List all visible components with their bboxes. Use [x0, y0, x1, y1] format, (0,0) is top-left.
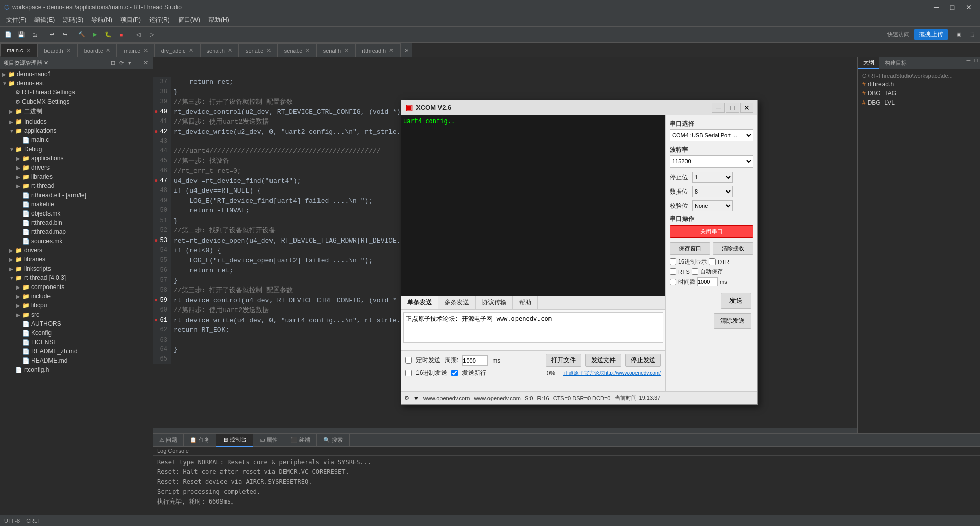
tree-item-28[interactable]: 📄Kconfig: [0, 328, 153, 338]
line-number-16[interactable]: 53: [153, 236, 172, 246]
xcom-tab-help[interactable]: 帮助: [513, 296, 538, 309]
send-button[interactable]: 发送: [721, 293, 751, 309]
tree-item-19[interactable]: ▶📁drivers: [0, 246, 153, 255]
sidebar-close-btn[interactable]: ✕: [142, 60, 150, 66]
tree-item-26[interactable]: ▶📁src: [0, 310, 153, 319]
tab-close-9[interactable]: ✕: [389, 47, 394, 54]
rts-checkbox[interactable]: [670, 268, 676, 275]
maximize-button[interactable]: □: [945, 2, 960, 12]
line-number-1[interactable]: 38: [153, 87, 172, 98]
file-tab-5[interactable]: serial.h✕: [200, 43, 239, 57]
outline-item-1[interactable]: #DBG_TAG: [860, 89, 978, 98]
redo-button[interactable]: ↪: [59, 29, 71, 41]
tree-item-27[interactable]: 📄AUTHORS: [0, 319, 153, 328]
tab-close-3[interactable]: ✕: [143, 47, 148, 54]
layout-btn-1[interactable]: ▣: [952, 29, 965, 41]
line-number-26[interactable]: 63: [153, 336, 172, 345]
line-number-0[interactable]: 37: [153, 77, 172, 87]
parity-select[interactable]: None: [692, 200, 733, 211]
line-number-18[interactable]: 55: [153, 256, 172, 266]
bottom-tab-5[interactable]: 🔍搜索: [317, 434, 350, 447]
line-number-12[interactable]: 49: [153, 196, 172, 206]
tree-item-23[interactable]: ▶📁components: [0, 282, 153, 292]
tab-outline[interactable]: 大纲: [858, 57, 879, 69]
sidebar-collapse-btn[interactable]: ⊟: [109, 60, 117, 66]
tree-item-29[interactable]: 📄LICENSE: [0, 338, 153, 347]
file-tab-3[interactable]: main.c✕: [117, 43, 154, 57]
file-tab-8[interactable]: serial.h✕: [316, 43, 355, 57]
tree-item-16[interactable]: 📄rtthread.bin: [0, 218, 153, 227]
tree-item-2[interactable]: ⚙RT-Thread Settings: [0, 88, 153, 97]
bottom-tab-3[interactable]: 🏷属性: [253, 434, 284, 447]
tree-item-24[interactable]: ▶📁include: [0, 292, 153, 301]
sidebar-menu-btn[interactable]: ▾: [127, 60, 133, 66]
line-number-3[interactable]: 40: [153, 107, 172, 117]
period-input[interactable]: [462, 355, 488, 366]
minimize-button[interactable]: ─: [929, 2, 943, 12]
line-number-22[interactable]: 59: [153, 296, 172, 306]
baud-select[interactable]: 115200: [670, 155, 753, 168]
stop-bits-select[interactable]: 1: [692, 172, 733, 183]
horizontal-scrollbar[interactable]: [153, 428, 857, 433]
file-tab-6[interactable]: serial.c✕: [239, 43, 278, 57]
tree-item-13[interactable]: 📄rtthread.elf - [arm/le]: [0, 190, 153, 200]
bottom-tab-0[interactable]: ⚠问题: [153, 434, 184, 447]
line-number-13[interactable]: 50: [153, 206, 172, 216]
dtr-checkbox[interactable]: [709, 258, 716, 265]
run-button[interactable]: ▶: [89, 29, 101, 41]
save-button[interactable]: 💾: [15, 29, 28, 41]
upload-button[interactable]: 拖拽上传: [914, 29, 948, 40]
layout-btn-2[interactable]: ⬚: [966, 29, 978, 41]
tree-item-7[interactable]: 📄main.c: [0, 135, 153, 145]
menu-item-导航(N)[interactable]: 导航(N): [87, 15, 116, 26]
sidebar-min-btn[interactable]: ─: [134, 60, 141, 66]
line-number-5[interactable]: 42: [153, 127, 172, 137]
line-number-24[interactable]: 61: [153, 316, 172, 326]
tab-close-8[interactable]: ✕: [344, 47, 349, 54]
open-file-button[interactable]: 打开文件: [546, 354, 581, 367]
xcom-close-button[interactable]: ✕: [740, 103, 753, 113]
file-tab-9[interactable]: rtthread.h✕: [355, 43, 400, 57]
line-number-27[interactable]: 64: [153, 345, 172, 355]
bottom-tab-1[interactable]: 📋任务: [184, 434, 216, 447]
next-button[interactable]: ▷: [145, 29, 158, 41]
tree-item-22[interactable]: ▼📁rt-thread [4.0.3]: [0, 273, 153, 282]
line-number-15[interactable]: 52: [153, 226, 172, 236]
tab-more-btn[interactable]: »: [400, 43, 412, 57]
save-window-button[interactable]: 保存窗口: [670, 242, 710, 255]
menu-item-源码(S)[interactable]: 源码(S): [59, 15, 87, 26]
line-number-17[interactable]: 54: [153, 246, 172, 256]
line-number-2[interactable]: 39: [153, 97, 172, 107]
line-number-23[interactable]: 60: [153, 305, 172, 316]
autosave-checkbox[interactable]: [692, 268, 698, 275]
prev-button[interactable]: ◁: [132, 29, 144, 41]
line-number-10[interactable]: 47: [153, 176, 172, 186]
menu-item-项目(P)[interactable]: 项目(P): [116, 15, 145, 26]
debug-button[interactable]: 🐛: [102, 29, 114, 41]
line-number-4[interactable]: 41: [153, 117, 172, 127]
data-bits-select[interactable]: 8: [692, 186, 733, 197]
undo-button[interactable]: ↩: [45, 29, 58, 41]
xcom-minimize-button[interactable]: ─: [712, 103, 725, 113]
line-number-19[interactable]: 56: [153, 266, 172, 276]
official-link[interactable]: 正点原子官方论坛http://www.openedv.com/: [564, 370, 661, 377]
close-button[interactable]: ✕: [962, 2, 976, 12]
stop-button[interactable]: ■: [115, 29, 128, 41]
line-number-20[interactable]: 57: [153, 276, 172, 286]
file-tab-4[interactable]: drv_adc.c✕: [155, 43, 200, 57]
outline-item-2[interactable]: #DBG_LVL: [860, 98, 978, 107]
menu-item-窗口(W)[interactable]: 窗口(W): [174, 15, 204, 26]
clear-receive-button[interactable]: 清除接收: [713, 242, 753, 255]
outline-item-0[interactable]: #rtthread.h: [860, 80, 978, 89]
line-number-14[interactable]: 51: [153, 216, 172, 226]
tree-item-6[interactable]: ▼📁applications: [0, 126, 153, 135]
xcom-title-bar[interactable]: ▣ XCOM V2.6 ─ □ ✕: [401, 100, 757, 115]
tree-item-12[interactable]: ▶📁rt-thread: [0, 181, 153, 190]
close-port-button[interactable]: 关闭串口: [670, 225, 753, 238]
line-number-6[interactable]: 43: [153, 137, 172, 146]
file-tab-0[interactable]: main.c✕: [0, 43, 37, 57]
bottom-tab-4[interactable]: ⬛终端: [284, 434, 317, 447]
xcom-tab-single[interactable]: 单条发送: [401, 296, 438, 309]
right-panel-max[interactable]: □: [972, 57, 980, 69]
line-number-9[interactable]: 46: [153, 166, 172, 176]
